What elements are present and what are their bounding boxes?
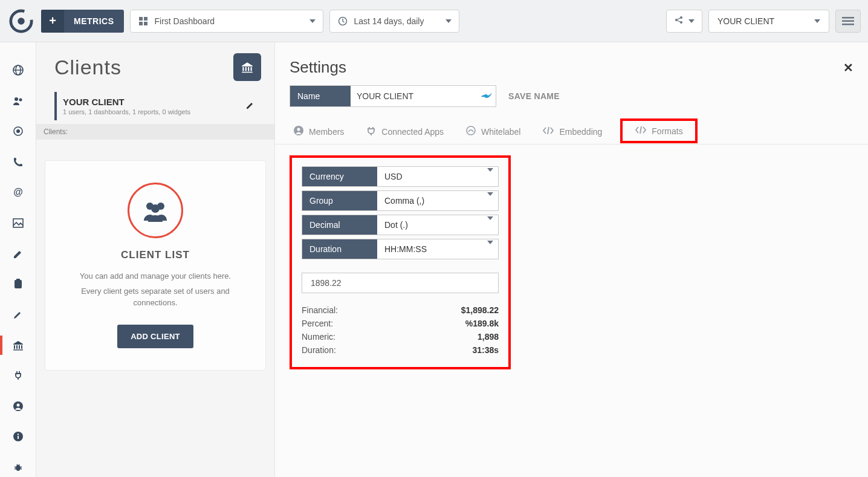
empty-title: CLIENT LIST (61, 249, 250, 261)
svg-point-34 (297, 128, 300, 131)
currency-select[interactable]: Currency USD (302, 166, 499, 187)
pencil-icon[interactable] (245, 100, 261, 112)
sidebar-item-email[interactable]: @ (0, 183, 36, 203)
name-input-group: Name (290, 85, 496, 107)
bank-button[interactable] (233, 53, 261, 81)
settings-tabs: Members Connected Apps Whitelabel Embedd… (275, 119, 868, 144)
svg-point-28 (17, 434, 18, 435)
code-icon (635, 126, 647, 136)
client-selector-label: YOUR CLIENT (717, 16, 774, 26)
daterange-selector[interactable]: Last 14 days, daily (329, 10, 459, 33)
group-select[interactable]: Group Comma (,) (302, 190, 499, 211)
chevron-down-icon (688, 19, 695, 23)
people-icon (128, 183, 183, 238)
dashboard-label: First Dashboard (155, 16, 303, 26)
svg-rect-21 (13, 219, 23, 227)
chevron-down-icon (487, 192, 493, 206)
sidebar-item-target[interactable] (0, 122, 36, 141)
sidebar-item-account[interactable] (0, 397, 36, 417)
topbar: + METRICS First Dashboard Last 14 days, … (0, 0, 868, 42)
svg-point-32 (151, 204, 160, 213)
svg-point-8 (680, 16, 682, 19)
svg-rect-12 (842, 24, 854, 25)
empty-line2: Every client gets separate set of users … (61, 286, 250, 309)
tab-whitelabel[interactable]: Whitelabel (462, 119, 524, 144)
sidebar-item-info[interactable] (0, 427, 36, 447)
svg-text:@: @ (13, 187, 23, 197)
share-button[interactable] (666, 10, 702, 33)
swoosh-icon (478, 91, 496, 102)
preview-financial-label: Financial: (302, 305, 338, 315)
menu-button[interactable] (835, 10, 861, 33)
tab-embedding[interactable]: Embedding (539, 120, 606, 143)
duration-select[interactable]: Duration HH:MM:SS (302, 239, 499, 259)
name-input[interactable] (351, 86, 478, 106)
metrics-button[interactable]: + METRICS (41, 10, 124, 33)
svg-rect-27 (18, 436, 19, 439)
plus-icon: + (41, 10, 64, 33)
sidebar-item-image[interactable] (0, 213, 36, 233)
svg-point-35 (467, 126, 475, 135)
chevron-down-icon (814, 19, 820, 23)
sidebar-item-bank[interactable] (0, 336, 36, 355)
preview-financial-value: $1,898.22 (461, 305, 499, 315)
code-icon (542, 126, 554, 137)
svg-rect-23 (16, 279, 20, 281)
page-title: Clients (54, 56, 121, 79)
side-rail: @ (0, 42, 36, 477)
svg-point-29 (16, 465, 21, 471)
chevron-down-icon (309, 19, 316, 23)
clients-empty-card: CLIENT LIST You can add and manage your … (45, 160, 266, 371)
add-client-button[interactable]: ADD CLIENT (117, 325, 193, 348)
clients-divider-label: Clients: (36, 124, 274, 140)
decimal-select[interactable]: Decimal Dot (.) (302, 215, 499, 235)
sidebar-item-clipboard[interactable] (0, 274, 36, 294)
tab-connected-apps[interactable]: Connected Apps (362, 119, 447, 144)
preview-duration-value: 31:38s (472, 345, 499, 355)
whitelabel-icon (465, 125, 476, 138)
save-name-button[interactable]: SAVE NAME (508, 91, 560, 101)
tab-members[interactable]: Members (290, 119, 348, 144)
svg-rect-11 (842, 20, 854, 22)
brand-logo[interactable] (7, 7, 35, 35)
svg-rect-3 (144, 17, 147, 21)
grid-icon (138, 16, 149, 26)
chevron-down-icon (487, 241, 493, 254)
svg-point-25 (16, 403, 19, 406)
sidebar-item-team[interactable] (0, 91, 36, 111)
svg-point-17 (19, 98, 22, 101)
svg-point-19 (16, 129, 20, 133)
svg-rect-2 (139, 17, 143, 21)
clients-panel: Clients YOUR CLIENT 1 users, 1 dashboard… (36, 42, 275, 477)
format-sample-input[interactable]: 1898.22 (302, 273, 499, 293)
sidebar-item-phone[interactable] (0, 152, 36, 172)
client-selector[interactable]: YOUR CLIENT (708, 10, 829, 33)
sidebar-item-pencil[interactable] (0, 305, 36, 325)
sidebar-item-bug[interactable] (0, 458, 36, 478)
dashboard-selector[interactable]: First Dashboard (130, 10, 323, 33)
preview-percent-label: Percent: (302, 319, 333, 328)
empty-line1: You can add and manage your clients here… (61, 271, 250, 282)
name-label: Name (290, 86, 351, 106)
svg-point-7 (675, 19, 678, 21)
share-icon (674, 15, 684, 27)
svg-rect-10 (842, 17, 854, 19)
settings-panel: Settings ✕ Name SAVE NAME Members Connec… (275, 42, 868, 477)
client-list-item[interactable]: YOUR CLIENT 1 users, 1 dashboards, 1 rep… (54, 92, 261, 120)
sidebar-item-globe[interactable] (0, 60, 36, 80)
svg-point-9 (680, 21, 682, 24)
preview-duration-label: Duration: (302, 345, 336, 355)
formats-form: Currency USD Group Comma (,) Decimal Dot… (290, 155, 511, 369)
chevron-down-icon (487, 168, 493, 181)
tab-formats[interactable]: Formats (620, 118, 697, 143)
sidebar-item-plug[interactable] (0, 366, 36, 386)
preview-percent-value: %189.8k (465, 319, 499, 328)
plug-icon (366, 125, 377, 138)
preview-numeric-label: Numeric: (302, 332, 335, 342)
daterange-label: Last 14 days, daily (354, 16, 439, 26)
chevron-down-icon (445, 19, 452, 23)
chevron-down-icon (487, 216, 493, 230)
sidebar-item-edit[interactable] (0, 244, 36, 264)
svg-point-16 (15, 97, 18, 101)
close-icon[interactable]: ✕ (843, 60, 853, 75)
